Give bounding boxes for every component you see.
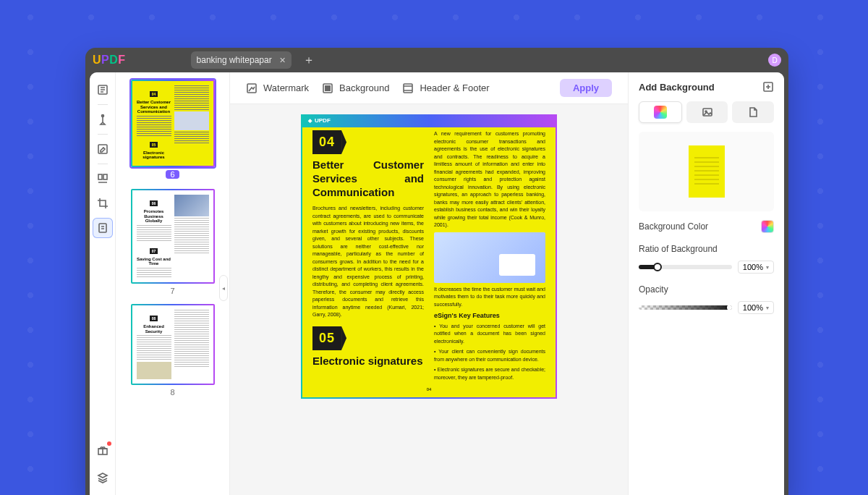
background-panel: Add Background Background Color Ratio of… <box>628 72 784 495</box>
svg-rect-4 <box>103 174 107 179</box>
collapse-thumbnails-handle[interactable]: ◂ <box>219 275 228 301</box>
tab-title: banking whitepapar <box>197 55 272 65</box>
bg-type-color[interactable] <box>639 101 682 123</box>
app-logo: UPDF <box>93 54 126 67</box>
thumbnail-page[interactable]: 08 Enhanced Security 8 <box>124 304 221 397</box>
background-preview <box>639 132 774 211</box>
panel-title: Add Background <box>639 82 715 93</box>
annotate-tool-icon[interactable] <box>93 109 113 130</box>
app-window: UPDF banking whitepapar ✕ ＋ D <box>85 48 788 495</box>
feature-item: • Your client can conveniently sign docu… <box>434 348 545 363</box>
layers-icon[interactable] <box>93 468 113 488</box>
opacity-slider[interactable] <box>639 305 732 310</box>
body-text: A new requirement for customers promotin… <box>434 130 545 229</box>
page-number: 04 <box>312 387 545 392</box>
color-swatch-icon <box>654 106 667 119</box>
new-tab-button[interactable]: ＋ <box>299 53 319 68</box>
header-footer-button[interactable]: Header & Footer <box>402 82 489 94</box>
crop-tool-icon[interactable] <box>93 193 113 213</box>
preview-page <box>689 145 725 198</box>
ratio-slider[interactable] <box>639 265 732 269</box>
gift-icon[interactable] <box>93 440 113 460</box>
bg-color-label: Background Color <box>639 221 708 232</box>
close-tab-icon[interactable]: ✕ <box>279 56 286 65</box>
thumbnail-number: 8 <box>124 388 221 397</box>
app-body: ◂ 04 Better Customer Services and Commun… <box>90 72 784 495</box>
svg-rect-10 <box>404 84 412 93</box>
background-type-segmented <box>639 101 774 123</box>
reader-tool-icon[interactable] <box>93 80 113 100</box>
organize-tool-icon[interactable] <box>93 169 113 189</box>
file-icon <box>747 106 759 118</box>
section-number: 04 <box>312 130 341 154</box>
page-figure <box>434 232 545 283</box>
background-icon <box>322 82 333 94</box>
body-text: Brochures and newsletters, including cus… <box>312 205 424 319</box>
left-toolbar <box>90 72 116 495</box>
svg-rect-3 <box>98 174 102 179</box>
chevron-down-icon: ▾ <box>766 305 769 311</box>
ratio-select[interactable]: 100%▾ <box>738 261 774 274</box>
image-icon <box>702 106 713 118</box>
user-avatar[interactable]: D <box>768 54 781 67</box>
svg-rect-5 <box>99 224 106 232</box>
header-footer-icon <box>402 82 414 94</box>
opacity-label: Opacity <box>639 284 668 295</box>
section-number: 05 <box>312 326 341 350</box>
edit-tool-icon[interactable] <box>93 139 113 159</box>
page-brand: UPDF <box>301 114 557 127</box>
watermark-button[interactable]: Watermark <box>246 82 309 94</box>
document-tab[interactable]: banking whitepapar ✕ <box>191 51 292 69</box>
features-heading: eSign's Key Features <box>434 311 545 321</box>
feature-item: • You and your concerned customer will g… <box>434 323 545 346</box>
bg-type-image[interactable] <box>686 101 728 123</box>
page-tools-icon[interactable] <box>93 218 113 238</box>
thumbnail-panel: 04 Better Customer Services and Communic… <box>116 72 230 495</box>
section-title: Electronic signatures <box>312 355 424 368</box>
page-tools-toolbar: Watermark Background Header & Footer App… <box>230 72 628 104</box>
svg-rect-9 <box>325 85 331 91</box>
bg-type-pdf[interactable] <box>732 101 774 123</box>
save-preset-icon[interactable] <box>762 81 774 93</box>
color-picker-button[interactable] <box>761 220 774 233</box>
thumbnail-number: 6 <box>166 170 179 179</box>
watermark-icon <box>246 82 258 94</box>
ratio-label: Ratio of Background <box>639 244 718 254</box>
background-button[interactable]: Background <box>322 82 389 94</box>
opacity-select[interactable]: 100%▾ <box>738 301 774 314</box>
titlebar: UPDF banking whitepapar ✕ ＋ D <box>85 48 788 72</box>
thumbnail-number: 7 <box>124 287 221 295</box>
page-preview[interactable]: UPDF 04 Better Customer Services and Com… <box>301 114 557 399</box>
section-title: Better Customer Services and Communicati… <box>312 158 424 199</box>
thumbnail-page[interactable]: 04 Better Customer Services and Communic… <box>124 80 221 180</box>
canvas-area: Watermark Background Header & Footer App… <box>230 72 628 495</box>
thumbnail-page[interactable]: 06 Promotes Business Globally 07 Saving … <box>124 189 221 295</box>
apply-button[interactable]: Apply <box>560 79 612 97</box>
feature-item: • Electronic signatures are secure and c… <box>434 366 545 381</box>
chevron-down-icon: ▾ <box>766 264 769 271</box>
body-text: It decreases the time the customer must … <box>434 286 545 309</box>
